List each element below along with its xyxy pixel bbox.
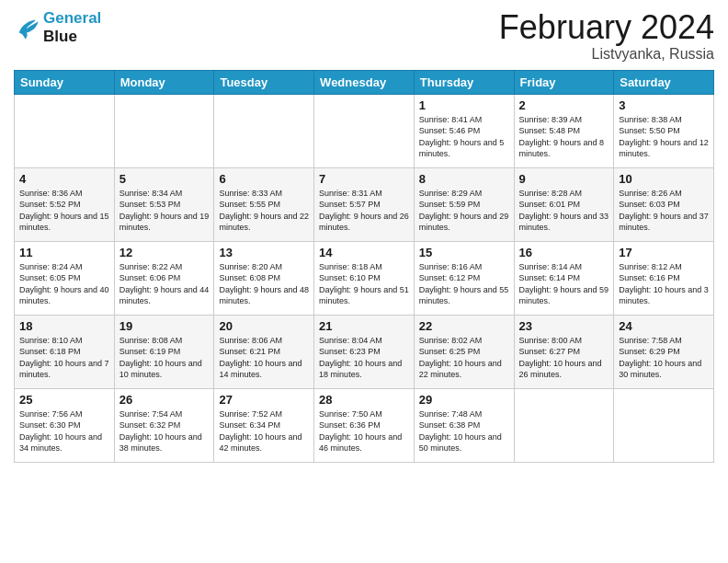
calendar-cell-w2-d4: 15Sunrise: 8:16 AM Sunset: 6:12 PM Dayli…	[414, 241, 514, 315]
week-row-3: 18Sunrise: 8:10 AM Sunset: 6:18 PM Dayli…	[15, 315, 714, 388]
calendar-cell-w4-d6	[614, 388, 714, 462]
calendar-cell-w1-d5: 9Sunrise: 8:28 AM Sunset: 6:01 PM Daylig…	[514, 167, 614, 241]
logo-bird-icon	[14, 15, 40, 40]
day-number-7: 7	[319, 172, 409, 186]
calendar-cell-w0-d5: 2Sunrise: 8:39 AM Sunset: 5:48 PM Daylig…	[514, 94, 614, 167]
day-number-15: 15	[419, 246, 509, 259]
day-number-25: 25	[19, 393, 109, 407]
calendar-cell-w0-d4: 1Sunrise: 8:41 AM Sunset: 5:46 PM Daylig…	[414, 94, 514, 167]
calendar-cell-w2-d6: 17Sunrise: 8:12 AM Sunset: 6:16 PM Dayli…	[614, 241, 714, 315]
logo-blue: Blue	[43, 28, 101, 46]
day-number-28: 28	[319, 393, 409, 407]
logo-general: General	[43, 9, 101, 27]
day-number-4: 4	[19, 172, 109, 186]
title-block: February 2024 Listvyanka, Russia	[499, 9, 714, 63]
day-info-19: Sunrise: 8:08 AM Sunset: 6:19 PM Dayligh…	[119, 335, 210, 381]
week-row-4: 25Sunrise: 7:56 AM Sunset: 6:30 PM Dayli…	[15, 388, 714, 462]
day-number-14: 14	[319, 246, 409, 259]
calendar-cell-w4-d5	[514, 388, 614, 462]
calendar-cell-w0-d6: 3Sunrise: 8:38 AM Sunset: 5:50 PM Daylig…	[614, 94, 714, 167]
day-number-22: 22	[419, 319, 509, 333]
day-number-12: 12	[119, 246, 210, 259]
day-number-6: 6	[219, 172, 309, 186]
day-number-26: 26	[119, 393, 210, 407]
day-number-27: 27	[219, 393, 309, 407]
day-info-18: Sunrise: 8:10 AM Sunset: 6:18 PM Dayligh…	[19, 335, 109, 381]
col-wednesday: Wednesday	[314, 70, 415, 94]
day-number-9: 9	[519, 172, 609, 186]
day-info-26: Sunrise: 7:54 AM Sunset: 6:32 PM Dayligh…	[119, 408, 210, 454]
col-friday: Friday	[514, 70, 614, 94]
day-number-18: 18	[19, 319, 109, 333]
day-info-25: Sunrise: 7:56 AM Sunset: 6:30 PM Dayligh…	[19, 408, 109, 454]
col-thursday: Thursday	[414, 70, 514, 94]
day-number-11: 11	[19, 246, 109, 259]
calendar-cell-w4-d0: 25Sunrise: 7:56 AM Sunset: 6:30 PM Dayli…	[15, 388, 115, 462]
logo: General Blue	[14, 9, 101, 45]
day-info-14: Sunrise: 8:18 AM Sunset: 6:10 PM Dayligh…	[319, 261, 409, 307]
day-number-29: 29	[419, 393, 509, 407]
day-info-16: Sunrise: 8:14 AM Sunset: 6:14 PM Dayligh…	[519, 261, 609, 307]
calendar-cell-w0-d2	[214, 94, 314, 167]
day-info-29: Sunrise: 7:48 AM Sunset: 6:38 PM Dayligh…	[419, 408, 509, 454]
day-number-3: 3	[619, 98, 709, 112]
day-number-2: 2	[519, 98, 609, 112]
calendar-cell-w4-d2: 27Sunrise: 7:52 AM Sunset: 6:34 PM Dayli…	[214, 388, 314, 462]
calendar-cell-w1-d6: 10Sunrise: 8:26 AM Sunset: 6:03 PM Dayli…	[614, 167, 714, 241]
day-info-13: Sunrise: 8:20 AM Sunset: 6:08 PM Dayligh…	[219, 261, 309, 307]
day-number-8: 8	[419, 172, 509, 186]
day-info-27: Sunrise: 7:52 AM Sunset: 6:34 PM Dayligh…	[219, 408, 309, 454]
calendar-cell-w1-d3: 7Sunrise: 8:31 AM Sunset: 5:57 PM Daylig…	[314, 167, 415, 241]
day-number-13: 13	[219, 246, 309, 259]
col-saturday: Saturday	[614, 70, 714, 94]
calendar-cell-w2-d1: 12Sunrise: 8:22 AM Sunset: 6:06 PM Dayli…	[114, 241, 214, 315]
day-number-21: 21	[319, 319, 409, 333]
page: General Blue February 2024 Listvyanka, R…	[0, 0, 728, 563]
calendar-cell-w2-d0: 11Sunrise: 8:24 AM Sunset: 6:05 PM Dayli…	[15, 241, 115, 315]
week-row-1: 4Sunrise: 8:36 AM Sunset: 5:52 PM Daylig…	[15, 167, 714, 241]
day-number-16: 16	[519, 246, 609, 259]
day-info-2: Sunrise: 8:39 AM Sunset: 5:48 PM Dayligh…	[519, 114, 609, 160]
calendar-cell-w3-d4: 22Sunrise: 8:02 AM Sunset: 6:25 PM Dayli…	[414, 315, 514, 388]
calendar-cell-w3-d1: 19Sunrise: 8:08 AM Sunset: 6:19 PM Dayli…	[114, 315, 214, 388]
col-monday: Monday	[114, 70, 214, 94]
day-info-8: Sunrise: 8:29 AM Sunset: 5:59 PM Dayligh…	[419, 188, 509, 234]
day-info-5: Sunrise: 8:34 AM Sunset: 5:53 PM Dayligh…	[119, 188, 210, 234]
day-info-15: Sunrise: 8:16 AM Sunset: 6:12 PM Dayligh…	[419, 261, 509, 307]
calendar-cell-w3-d3: 21Sunrise: 8:04 AM Sunset: 6:23 PM Dayli…	[314, 315, 415, 388]
calendar-cell-w4-d4: 29Sunrise: 7:48 AM Sunset: 6:38 PM Dayli…	[414, 388, 514, 462]
day-number-24: 24	[619, 319, 709, 333]
day-info-23: Sunrise: 8:00 AM Sunset: 6:27 PM Dayligh…	[519, 335, 609, 381]
day-info-28: Sunrise: 7:50 AM Sunset: 6:36 PM Dayligh…	[319, 408, 409, 454]
calendar-header-row: Sunday Monday Tuesday Wednesday Thursday…	[15, 70, 714, 94]
day-info-9: Sunrise: 8:28 AM Sunset: 6:01 PM Dayligh…	[519, 188, 609, 234]
day-number-10: 10	[619, 172, 709, 186]
day-info-6: Sunrise: 8:33 AM Sunset: 5:55 PM Dayligh…	[219, 188, 309, 234]
calendar-cell-w0-d0	[15, 94, 115, 167]
day-info-3: Sunrise: 8:38 AM Sunset: 5:50 PM Dayligh…	[619, 114, 709, 160]
header: General Blue February 2024 Listvyanka, R…	[14, 9, 714, 63]
calendar-cell-w2-d2: 13Sunrise: 8:20 AM Sunset: 6:08 PM Dayli…	[214, 241, 314, 315]
week-row-2: 11Sunrise: 8:24 AM Sunset: 6:05 PM Dayli…	[15, 241, 714, 315]
day-info-17: Sunrise: 8:12 AM Sunset: 6:16 PM Dayligh…	[619, 261, 709, 307]
day-info-4: Sunrise: 8:36 AM Sunset: 5:52 PM Dayligh…	[19, 188, 109, 234]
calendar-table: Sunday Monday Tuesday Wednesday Thursday…	[14, 70, 714, 463]
day-info-10: Sunrise: 8:26 AM Sunset: 6:03 PM Dayligh…	[619, 188, 709, 234]
calendar-cell-w1-d0: 4Sunrise: 8:36 AM Sunset: 5:52 PM Daylig…	[15, 167, 115, 241]
calendar-cell-w4-d1: 26Sunrise: 7:54 AM Sunset: 6:32 PM Dayli…	[114, 388, 214, 462]
calendar-cell-w1-d2: 6Sunrise: 8:33 AM Sunset: 5:55 PM Daylig…	[214, 167, 314, 241]
day-info-20: Sunrise: 8:06 AM Sunset: 6:21 PM Dayligh…	[219, 335, 309, 381]
day-number-17: 17	[619, 246, 709, 259]
calendar-cell-w3-d6: 24Sunrise: 7:58 AM Sunset: 6:29 PM Dayli…	[614, 315, 714, 388]
calendar-cell-w1-d4: 8Sunrise: 8:29 AM Sunset: 5:59 PM Daylig…	[414, 167, 514, 241]
day-number-1: 1	[419, 98, 509, 112]
day-info-22: Sunrise: 8:02 AM Sunset: 6:25 PM Dayligh…	[419, 335, 509, 381]
day-number-5: 5	[119, 172, 210, 186]
calendar-cell-w3-d5: 23Sunrise: 8:00 AM Sunset: 6:27 PM Dayli…	[514, 315, 614, 388]
day-info-11: Sunrise: 8:24 AM Sunset: 6:05 PM Dayligh…	[19, 261, 109, 307]
calendar-cell-w0-d1	[114, 94, 214, 167]
calendar-cell-w2-d5: 16Sunrise: 8:14 AM Sunset: 6:14 PM Dayli…	[514, 241, 614, 315]
col-sunday: Sunday	[15, 70, 115, 94]
day-number-19: 19	[119, 319, 210, 333]
logo-text: General Blue	[43, 9, 101, 45]
